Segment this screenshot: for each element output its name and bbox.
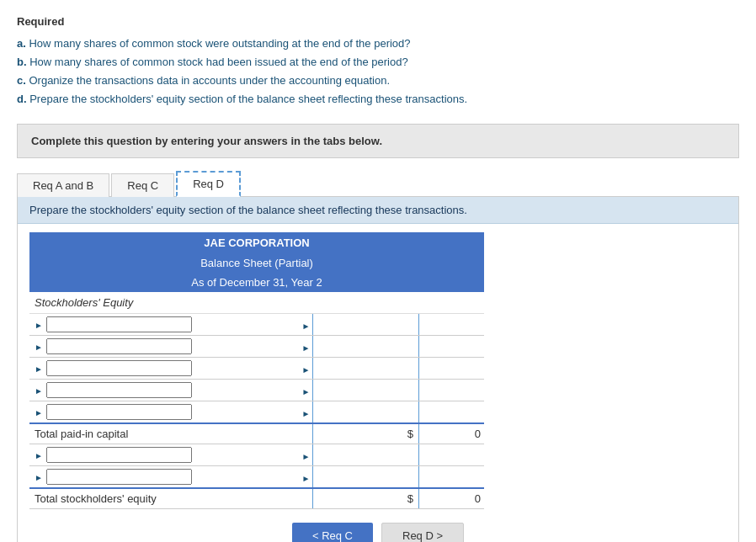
content-area: Prepare the stockholders' equity section…: [17, 197, 739, 542]
required-title: Required: [17, 15, 739, 28]
table-header-title: Balance Sheet (Partial): [29, 253, 484, 273]
row3-label-input[interactable]: [46, 360, 192, 376]
row3-mid-input[interactable]: [313, 359, 387, 378]
row4-mid-input[interactable]: [313, 381, 387, 400]
row1-mid-input[interactable]: [313, 316, 387, 334]
row1-amount-input[interactable]: [419, 316, 481, 334]
arrow-icon: ►: [35, 473, 43, 482]
table-header-date: As of December 31, Year 2: [29, 273, 484, 292]
prepare-instruction: Prepare the stockholders' equity section…: [18, 197, 738, 224]
balance-sheet-table: JAE CORPORATION Balance Sheet (Partial) …: [29, 232, 484, 509]
total-stockholders-equity-row: Total stockholders' equity $ 0: [29, 488, 484, 509]
arrow-icon: ►: [35, 451, 43, 460]
row5-mid-input[interactable]: [313, 403, 387, 422]
table-row: ► ►: [29, 380, 484, 401]
row5-label-input[interactable]: [46, 404, 192, 420]
arrow-icon-mid3: ►: [301, 364, 310, 374]
required-list: a. How many shares of common stock were …: [17, 35, 739, 109]
row4-label-input[interactable]: [46, 382, 192, 398]
req-item-a: a. How many shares of common stock were …: [17, 35, 739, 53]
arrow-icon-mid2: ►: [301, 343, 310, 352]
req-item-b: b. How many shares of common stock had b…: [17, 53, 739, 72]
row6-amount-input[interactable]: [419, 446, 481, 465]
table-row: ► ►: [29, 466, 484, 489]
row6-label-input[interactable]: [46, 447, 192, 463]
arrow-icon-mid6: ►: [301, 451, 310, 460]
row2-label-input[interactable]: [46, 338, 192, 354]
next-button[interactable]: Req D >: [381, 523, 464, 542]
tabs-container: Req A and B Req C Req D: [17, 170, 739, 197]
arrow-icon: ►: [35, 408, 43, 417]
arrow-icon-mid5: ►: [301, 408, 310, 417]
row7-mid-input[interactable]: [313, 468, 387, 486]
section-stockholders-equity: Stockholders' Equity: [29, 292, 484, 314]
row7-amount-input[interactable]: [419, 468, 481, 486]
tab-req-a-b[interactable]: Req A and B: [17, 173, 109, 197]
arrow-icon: ►: [35, 343, 43, 352]
tab-req-d[interactable]: Req D: [176, 171, 241, 197]
table-row: ► ►: [29, 358, 484, 380]
table-row: ► ►: [29, 401, 484, 424]
row7-label-input[interactable]: [46, 469, 192, 485]
row2-amount-input[interactable]: [419, 337, 481, 356]
row2-mid-input[interactable]: [313, 337, 387, 356]
arrow-icon-mid1: ►: [301, 321, 310, 330]
tab-req-c[interactable]: Req C: [111, 173, 174, 197]
navigation-buttons: < Req C Req D >: [29, 523, 727, 542]
row3-amount-input[interactable]: [419, 359, 481, 378]
required-section: Required a. How many shares of common st…: [17, 15, 739, 109]
arrow-icon: ►: [35, 321, 43, 330]
arrow-icon-mid7: ►: [301, 473, 310, 482]
row6-mid-input[interactable]: [313, 446, 387, 465]
req-item-d: d. Prepare the stockholders' equity sect…: [17, 90, 739, 109]
table-row: ► ►: [29, 444, 484, 466]
table-row: ► ►: [29, 314, 484, 336]
arrow-icon: ►: [35, 364, 43, 374]
req-item-c: c. Organize the transactions data in acc…: [17, 72, 739, 90]
row4-amount-input[interactable]: [419, 381, 481, 400]
table-container: JAE CORPORATION Balance Sheet (Partial) …: [18, 224, 738, 542]
row5-amount-input[interactable]: [419, 403, 481, 422]
total-paid-in-capital-row: Total paid-in capital $ 0: [29, 423, 484, 444]
instructions-box: Complete this question by entering your …: [17, 124, 739, 158]
table-header-company: JAE CORPORATION: [29, 232, 484, 253]
row1-label-input[interactable]: [46, 316, 192, 332]
prev-button[interactable]: < Req C: [292, 523, 373, 542]
table-row: ► ►: [29, 336, 484, 358]
arrow-icon: ►: [35, 386, 43, 396]
arrow-icon-mid4: ►: [301, 386, 310, 396]
